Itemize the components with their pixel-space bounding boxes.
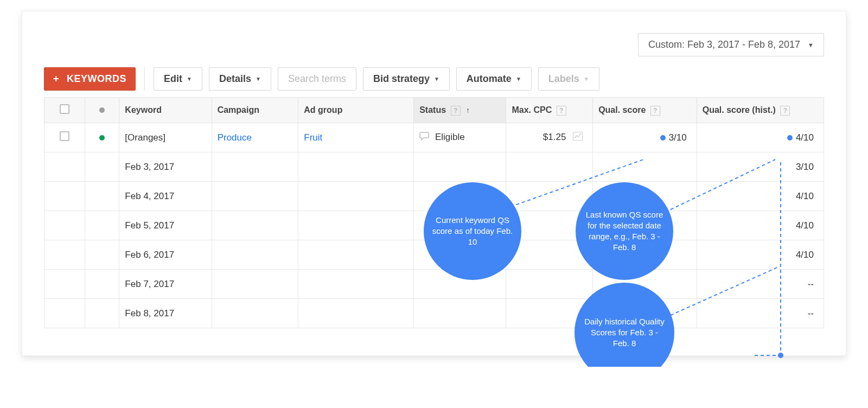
- table-row: Feb 8, 2017 --: [44, 299, 824, 328]
- toolbar: + KEYWORDS Edit ▼ Details ▼ Search terms…: [44, 67, 824, 91]
- automate-button[interactable]: Automate ▼: [456, 67, 532, 91]
- col-qual-score-hist[interactable]: Qual. score (hist.) ?: [697, 98, 824, 123]
- help-icon[interactable]: ?: [557, 106, 566, 116]
- labels-label: Labels: [548, 73, 579, 85]
- cell-max-cpc: $1.25: [506, 123, 593, 152]
- col-campaign[interactable]: Campaign: [212, 98, 298, 123]
- bid-strategy-label: Bid strategy: [373, 73, 430, 85]
- speech-bubble-icon: [419, 132, 429, 143]
- chevron-down-icon: ▼: [584, 76, 589, 82]
- table-row: Feb 3, 2017 3/10: [44, 152, 824, 182]
- cell-qual-score-hist: 4/10: [697, 240, 824, 270]
- date-range-label: Custom: Feb 3, 2017 - Feb 8, 2017: [648, 39, 800, 50]
- edit-label: Edit: [164, 73, 182, 85]
- chart-icon[interactable]: [573, 132, 583, 143]
- bid-strategy-button[interactable]: Bid strategy ▼: [363, 67, 450, 91]
- table-row: Feb 7, 2017 --: [44, 270, 824, 299]
- cell-qual-score: 3/10: [593, 123, 697, 152]
- page-container: Custom: Feb 3, 2017 - Feb 8, 2017 ▼ + KE…: [22, 11, 846, 356]
- edit-button[interactable]: Edit ▼: [154, 67, 202, 91]
- date-range-selector[interactable]: Custom: Feb 3, 2017 - Feb 8, 2017 ▼: [638, 33, 824, 56]
- help-icon[interactable]: ?: [650, 106, 660, 116]
- chevron-down-icon: ▼: [187, 76, 192, 82]
- details-button[interactable]: Details ▼: [209, 67, 271, 91]
- status-dot-icon: [99, 135, 105, 141]
- chevron-down-icon: ▼: [516, 76, 521, 82]
- cell-date: Feb 7, 2017: [119, 270, 212, 299]
- cell-date: Feb 4, 2017: [119, 182, 212, 211]
- annotation-last-known-qs: Last known QS score for the selected dat…: [576, 182, 673, 280]
- col-max-cpc[interactable]: Max. CPC ?: [506, 98, 593, 123]
- plus-icon: +: [53, 73, 59, 85]
- col-status[interactable]: Status ? ↑: [414, 98, 506, 123]
- cell-qual-score-hist: --: [697, 299, 824, 328]
- cell-ad-group[interactable]: Fruit: [298, 123, 414, 152]
- cell-keyword: [Oranges]: [119, 123, 212, 152]
- select-all-header[interactable]: [44, 98, 85, 123]
- col-qual-score[interactable]: Qual. score ?: [593, 98, 697, 123]
- cell-status: Eligible: [414, 123, 506, 152]
- cell-qual-score-hist: 4/10: [697, 182, 824, 211]
- marker-dot-icon: [660, 135, 666, 141]
- chevron-down-icon: ▼: [808, 42, 814, 48]
- cell-date: Feb 8, 2017: [119, 299, 212, 328]
- help-icon[interactable]: ?: [451, 106, 461, 116]
- cell-date: Feb 5, 2017: [119, 211, 212, 240]
- status-dot-icon: [99, 107, 105, 113]
- svg-point-4: [778, 353, 783, 358]
- cell-qual-score-hist: 3/10: [697, 152, 824, 182]
- labels-button: Labels ▼: [538, 67, 599, 91]
- search-terms-label: Search terms: [288, 73, 346, 85]
- status-dot-header[interactable]: [85, 98, 119, 123]
- details-label: Details: [219, 73, 251, 85]
- add-keywords-button[interactable]: + KEYWORDS: [44, 67, 136, 91]
- add-keywords-label: KEYWORDS: [67, 73, 126, 85]
- cell-date: Feb 3, 2017: [119, 152, 212, 182]
- marker-dot-icon: [787, 135, 793, 141]
- cell-qual-score-hist: --: [697, 270, 824, 299]
- sort-asc-icon: ↑: [466, 106, 470, 114]
- chevron-down-icon: ▼: [256, 76, 261, 82]
- search-terms-button[interactable]: Search terms: [278, 67, 356, 91]
- col-keyword[interactable]: Keyword: [119, 98, 212, 123]
- top-row: Custom: Feb 3, 2017 - Feb 8, 2017 ▼: [44, 33, 824, 56]
- cell-date: Feb 6, 2017: [119, 240, 212, 270]
- toolbar-divider: [144, 67, 145, 91]
- cell-qual-score-hist: 4/10: [697, 123, 824, 152]
- checkbox-icon[interactable]: [60, 104, 69, 114]
- automate-label: Automate: [467, 73, 512, 85]
- checkbox-icon[interactable]: [60, 131, 69, 141]
- annotation-current-qs: Current keyword QS score as of today Feb…: [424, 182, 521, 280]
- cell-qual-score-hist: 4/10: [697, 211, 824, 240]
- col-ad-group[interactable]: Ad group: [298, 98, 414, 123]
- cell-campaign[interactable]: Produce: [212, 123, 298, 152]
- chevron-down-icon: ▼: [434, 76, 439, 82]
- table-header-row: Keyword Campaign Ad group Status ? ↑ Max…: [44, 98, 824, 123]
- help-icon[interactable]: ?: [780, 106, 790, 116]
- table-row[interactable]: [Oranges] Produce Fruit Eligible $1.25: [44, 123, 824, 152]
